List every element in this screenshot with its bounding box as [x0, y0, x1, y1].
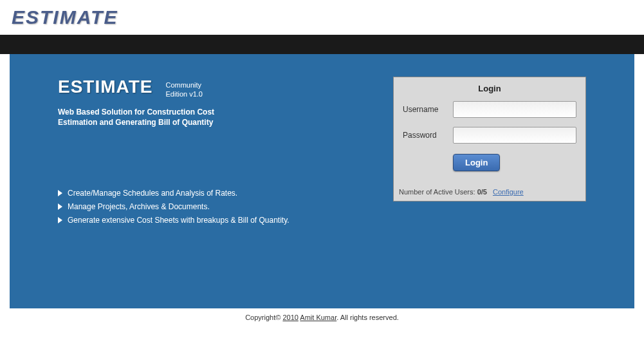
feature-item: Manage Projects, Archives & Documents. — [58, 202, 393, 211]
hero-section: ESTIMATE Community Edition v1.0 Web Base… — [58, 77, 393, 296]
active-users-value: 0/5 — [477, 188, 487, 196]
chevron-right-icon — [58, 190, 62, 196]
brand-title: ESTIMATE — [58, 77, 152, 97]
features-list: Create/Manage Schedules and Analysis of … — [58, 189, 393, 225]
password-label: Password — [403, 131, 453, 140]
login-button[interactable]: Login — [453, 154, 500, 171]
feature-text: Manage Projects, Archives & Documents. — [68, 202, 210, 211]
main: ESTIMATE Community Edition v1.0 Web Base… — [10, 54, 634, 308]
edition-line2: Edition v1.0 — [165, 89, 202, 99]
active-users-label: Number of Active Users: — [399, 188, 477, 196]
tagline: Web Based Solution for Construction Cost… — [58, 107, 393, 127]
button-row: Login — [403, 154, 576, 171]
login-form: Username Password Login — [394, 101, 585, 184]
feature-item: Generate extensive Cost Sheets with brea… — [58, 216, 393, 225]
main-wrap: ESTIMATE Community Edition v1.0 Web Base… — [0, 54, 644, 308]
edition-line1: Community — [165, 80, 202, 89]
login-column: Login Username Password Login Number of … — [393, 77, 586, 296]
author-link[interactable]: Amit Kumar — [300, 314, 336, 321]
navbar — [0, 35, 644, 54]
chevron-right-icon — [58, 217, 62, 223]
header: ESTIMATE — [0, 0, 644, 35]
brand-row: ESTIMATE Community Edition v1.0 — [58, 77, 393, 99]
copyright-text: Copyright© — [245, 314, 282, 321]
login-panel: Login Username Password Login Number of … — [393, 77, 586, 202]
footer: Copyright© 2010 Amit Kumar. All rights r… — [0, 308, 644, 326]
password-row: Password — [403, 127, 576, 144]
app-logo: ESTIMATE — [12, 6, 118, 28]
status-row: Number of Active Users: 0/5 Configure — [394, 184, 585, 201]
edition-label: Community Edition v1.0 — [165, 80, 202, 99]
copyright-suffix: . All rights reserved. — [336, 314, 399, 321]
tagline-line1: Web Based Solution for Construction Cost — [58, 107, 393, 117]
username-row: Username — [403, 101, 576, 118]
username-input[interactable] — [453, 101, 576, 118]
chevron-right-icon — [58, 203, 62, 210]
tagline-line2: Estimation and Generating Bill of Quanti… — [58, 117, 393, 127]
feature-text: Create/Manage Schedules and Analysis of … — [68, 189, 237, 198]
configure-link[interactable]: Configure — [493, 188, 524, 196]
username-label: Username — [403, 105, 453, 114]
feature-item: Create/Manage Schedules and Analysis of … — [58, 189, 393, 198]
password-input[interactable] — [453, 127, 576, 144]
login-title: Login — [394, 77, 585, 101]
feature-text: Generate extensive Cost Sheets with brea… — [68, 216, 290, 225]
copyright-year: 2010 — [282, 314, 298, 321]
